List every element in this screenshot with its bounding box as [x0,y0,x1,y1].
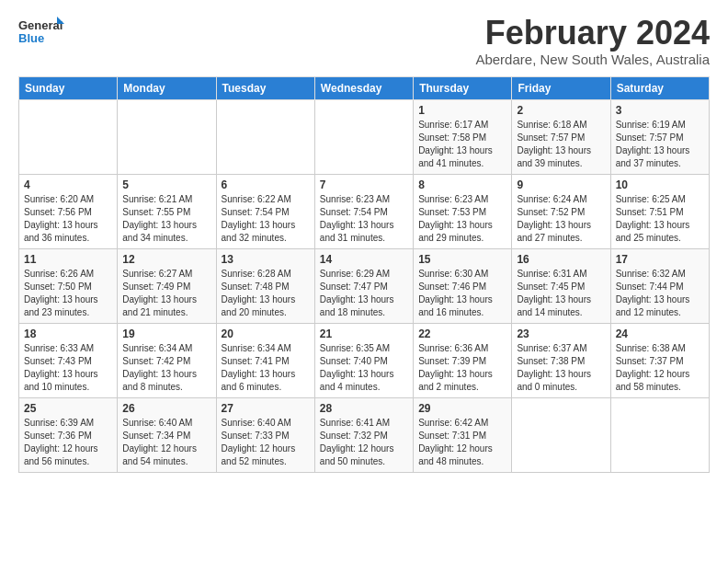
calendar-cell: 7Sunrise: 6:23 AM Sunset: 7:54 PM Daylig… [314,174,413,248]
day-number: 1 [418,104,506,117]
day-info: Sunrise: 6:30 AM Sunset: 7:46 PM Dayligh… [418,268,506,319]
day-number: 7 [320,178,408,191]
calendar-cell: 14Sunrise: 6:29 AM Sunset: 7:47 PM Dayli… [314,248,413,323]
day-number: 28 [320,402,408,415]
weekday-header-thursday: Thursday [414,76,512,99]
calendar-cell: 6Sunrise: 6:22 AM Sunset: 7:54 PM Daylig… [216,174,314,248]
day-number: 22 [418,327,506,340]
day-number: 25 [24,402,112,415]
calendar-cell: 24Sunrise: 6:38 AM Sunset: 7:37 PM Dayli… [610,323,709,397]
logo-svg: General Blue [18,15,64,50]
day-info: Sunrise: 6:27 AM Sunset: 7:49 PM Dayligh… [122,268,210,319]
day-number: 29 [418,402,506,415]
calendar-cell [314,99,413,174]
day-number: 9 [517,178,605,191]
calendar-cell: 26Sunrise: 6:40 AM Sunset: 7:34 PM Dayli… [118,397,216,472]
day-number: 23 [517,327,605,340]
calendar-cell [216,99,314,174]
day-info: Sunrise: 6:24 AM Sunset: 7:52 PM Dayligh… [517,193,605,245]
day-info: Sunrise: 6:22 AM Sunset: 7:54 PM Dayligh… [222,193,310,245]
day-info: Sunrise: 6:33 AM Sunset: 7:43 PM Dayligh… [24,342,112,394]
calendar-cell: 11Sunrise: 6:26 AM Sunset: 7:50 PM Dayli… [19,248,118,323]
calendar-week-row: 11Sunrise: 6:26 AM Sunset: 7:50 PM Dayli… [19,248,710,323]
title-block: February 2024 Aberdare, New South Wales,… [475,15,710,67]
weekday-header-sunday: Sunday [19,76,118,99]
calendar-week-row: 25Sunrise: 6:39 AM Sunset: 7:36 PM Dayli… [19,397,710,472]
weekday-header-monday: Monday [118,76,216,99]
svg-text:General: General [18,18,63,32]
day-number: 20 [222,327,310,340]
day-number: 3 [616,104,704,117]
weekday-header-saturday: Saturday [610,76,709,99]
calendar-cell: 18Sunrise: 6:33 AM Sunset: 7:43 PM Dayli… [19,323,118,397]
day-info: Sunrise: 6:31 AM Sunset: 7:45 PM Dayligh… [517,268,605,319]
day-number: 14 [320,253,408,266]
calendar-cell: 21Sunrise: 6:35 AM Sunset: 7:40 PM Dayli… [314,323,413,397]
day-number: 15 [418,253,506,266]
day-info: Sunrise: 6:23 AM Sunset: 7:54 PM Dayligh… [320,193,408,245]
calendar-cell: 16Sunrise: 6:31 AM Sunset: 7:45 PM Dayli… [512,248,610,323]
calendar-cell: 9Sunrise: 6:24 AM Sunset: 7:52 PM Daylig… [512,174,610,248]
day-info: Sunrise: 6:38 AM Sunset: 7:37 PM Dayligh… [616,342,704,394]
day-info: Sunrise: 6:21 AM Sunset: 7:55 PM Dayligh… [122,193,210,245]
month-year-title: February 2024 [475,15,710,52]
calendar-cell: 5Sunrise: 6:21 AM Sunset: 7:55 PM Daylig… [118,174,216,248]
location-subtitle: Aberdare, New South Wales, Australia [475,52,710,67]
day-number: 27 [222,402,310,415]
day-info: Sunrise: 6:36 AM Sunset: 7:39 PM Dayligh… [418,342,506,394]
day-info: Sunrise: 6:34 AM Sunset: 7:42 PM Dayligh… [122,342,210,394]
day-info: Sunrise: 6:19 AM Sunset: 7:57 PM Dayligh… [616,119,704,170]
day-number: 17 [616,253,704,266]
day-info: Sunrise: 6:41 AM Sunset: 7:32 PM Dayligh… [320,417,408,468]
day-number: 4 [24,178,112,191]
day-number: 18 [24,327,112,340]
calendar-cell [19,99,118,174]
day-number: 19 [122,327,210,340]
day-number: 13 [222,253,310,266]
day-info: Sunrise: 6:35 AM Sunset: 7:40 PM Dayligh… [320,342,408,394]
calendar-cell: 10Sunrise: 6:25 AM Sunset: 7:51 PM Dayli… [610,174,709,248]
day-number: 6 [222,178,310,191]
day-info: Sunrise: 6:29 AM Sunset: 7:47 PM Dayligh… [320,268,408,319]
day-info: Sunrise: 6:25 AM Sunset: 7:51 PM Dayligh… [616,193,704,245]
day-number: 12 [122,253,210,266]
calendar-header-row: SundayMondayTuesdayWednesdayThursdayFrid… [19,76,710,99]
calendar-cell [512,397,610,472]
day-number: 24 [616,327,704,340]
calendar-cell: 15Sunrise: 6:30 AM Sunset: 7:46 PM Dayli… [414,248,512,323]
calendar-cell: 25Sunrise: 6:39 AM Sunset: 7:36 PM Dayli… [19,397,118,472]
calendar-week-row: 18Sunrise: 6:33 AM Sunset: 7:43 PM Dayli… [19,323,710,397]
day-number: 2 [517,104,605,117]
logo: General Blue [18,15,64,50]
calendar-cell: 17Sunrise: 6:32 AM Sunset: 7:44 PM Dayli… [610,248,709,323]
weekday-header-friday: Friday [512,76,610,99]
day-number: 5 [122,178,210,191]
day-info: Sunrise: 6:20 AM Sunset: 7:56 PM Dayligh… [24,193,112,245]
day-info: Sunrise: 6:40 AM Sunset: 7:33 PM Dayligh… [222,417,310,468]
calendar-cell: 4Sunrise: 6:20 AM Sunset: 7:56 PM Daylig… [19,174,118,248]
day-info: Sunrise: 6:34 AM Sunset: 7:41 PM Dayligh… [222,342,310,394]
calendar-cell: 1Sunrise: 6:17 AM Sunset: 7:58 PM Daylig… [414,99,512,174]
day-info: Sunrise: 6:42 AM Sunset: 7:31 PM Dayligh… [418,417,506,468]
day-number: 21 [320,327,408,340]
day-info: Sunrise: 6:26 AM Sunset: 7:50 PM Dayligh… [24,268,112,319]
day-info: Sunrise: 6:17 AM Sunset: 7:58 PM Dayligh… [418,119,506,170]
weekday-header-tuesday: Tuesday [216,76,314,99]
calendar-week-row: 4Sunrise: 6:20 AM Sunset: 7:56 PM Daylig… [19,174,710,248]
calendar-cell: 23Sunrise: 6:37 AM Sunset: 7:38 PM Dayli… [512,323,610,397]
calendar-cell: 8Sunrise: 6:23 AM Sunset: 7:53 PM Daylig… [414,174,512,248]
calendar-table: SundayMondayTuesdayWednesdayThursdayFrid… [18,76,710,473]
day-info: Sunrise: 6:37 AM Sunset: 7:38 PM Dayligh… [517,342,605,394]
day-number: 26 [122,402,210,415]
day-number: 16 [517,253,605,266]
day-info: Sunrise: 6:23 AM Sunset: 7:53 PM Dayligh… [418,193,506,245]
calendar-cell: 28Sunrise: 6:41 AM Sunset: 7:32 PM Dayli… [314,397,413,472]
calendar-cell: 27Sunrise: 6:40 AM Sunset: 7:33 PM Dayli… [216,397,314,472]
calendar-cell: 3Sunrise: 6:19 AM Sunset: 7:57 PM Daylig… [610,99,709,174]
day-info: Sunrise: 6:32 AM Sunset: 7:44 PM Dayligh… [616,268,704,319]
calendar-cell: 2Sunrise: 6:18 AM Sunset: 7:57 PM Daylig… [512,99,610,174]
day-number: 10 [616,178,704,191]
calendar-cell: 13Sunrise: 6:28 AM Sunset: 7:48 PM Dayli… [216,248,314,323]
calendar-cell: 19Sunrise: 6:34 AM Sunset: 7:42 PM Dayli… [118,323,216,397]
page-header: General Blue February 2024 Aberdare, New… [18,15,710,67]
